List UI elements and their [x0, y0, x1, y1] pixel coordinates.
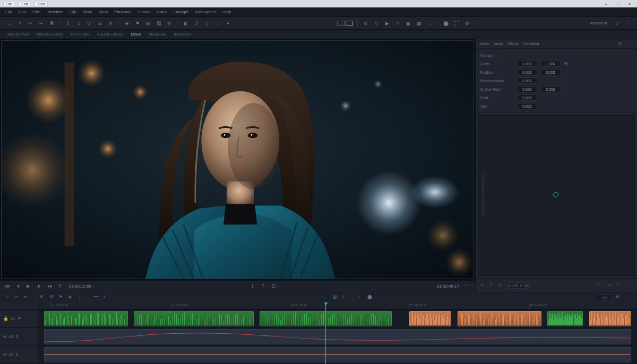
- tl-mixer-icon[interactable]: ≡: [342, 294, 349, 301]
- menu-item[interactable]: Trim: [32, 10, 41, 14]
- ws-tab[interactable]: Media Pool: [7, 32, 29, 37]
- ws-tab[interactable]: Effects Library: [36, 32, 63, 37]
- menu-item[interactable]: Fusion: [138, 10, 151, 14]
- kf-options-icon[interactable]: ⋯: [626, 282, 633, 289]
- kf-add-icon[interactable]: ◇: [489, 282, 496, 289]
- expand-icon[interactable]: ⤢: [614, 20, 621, 27]
- insp-field-pitch[interactable]: 0.000: [517, 94, 537, 101]
- clip-audio[interactable]: [44, 329, 631, 344]
- loop-icon[interactable]: ↻: [373, 20, 380, 27]
- menu-item[interactable]: Edit: [19, 10, 26, 14]
- tl-blade-icon[interactable]: ✂: [15, 294, 21, 301]
- menu-item[interactable]: Fairlight: [174, 10, 188, 14]
- tl-flag-icon[interactable]: ⚑: [59, 294, 65, 301]
- timecode-right[interactable]: 01:02:45:17: [437, 284, 459, 289]
- linked-icon[interactable]: ⛓: [155, 20, 162, 27]
- insp-field-zoom-x[interactable]: 1.000: [517, 60, 537, 67]
- clip-video[interactable]: [589, 311, 631, 326]
- dynamic-icon[interactable]: ◐: [182, 20, 190, 27]
- menu-item[interactable]: Timeline: [47, 10, 63, 14]
- openfx-icon[interactable]: ✦: [225, 20, 232, 27]
- menu-item[interactable]: View: [99, 10, 108, 14]
- tl-zoom-in-icon[interactable]: +: [103, 294, 109, 301]
- viewer-layout-toggle[interactable]: [337, 21, 353, 26]
- keyframe-marker-icon[interactable]: [553, 192, 558, 197]
- match-icon[interactable]: ≡: [394, 20, 401, 27]
- track-v1[interactable]: [38, 310, 637, 328]
- tl-customize-icon[interactable]: ⚙: [616, 294, 622, 301]
- ws-tab[interactable]: Edit Index: [71, 32, 90, 37]
- transform-icon[interactable]: ◫: [203, 20, 211, 27]
- kf-prev-icon[interactable]: ◁: [480, 282, 486, 289]
- play-icon[interactable]: ▶: [27, 283, 33, 290]
- insp-field-anch-y[interactable]: 0.000: [540, 86, 561, 92]
- marker-icon[interactable]: ◈: [123, 20, 131, 27]
- track-solo-icon[interactable]: S: [15, 334, 18, 339]
- tl-zoom-slider[interactable]: ━━: [93, 294, 100, 301]
- insp-field-yaw[interactable]: 0.000: [517, 103, 537, 109]
- track-mute-icon[interactable]: M: [3, 334, 7, 339]
- insp-field-zoom-y[interactable]: 1.000: [540, 60, 561, 67]
- clip-video[interactable]: [458, 311, 541, 326]
- safe-icon[interactable]: ▣: [404, 20, 412, 27]
- tl-view-opts-icon[interactable]: ▤: [333, 294, 339, 301]
- render-icon[interactable]: ▶: [383, 20, 391, 27]
- kf-next-icon[interactable]: ▷: [499, 282, 505, 289]
- tl-marker-icon[interactable]: ◈: [68, 294, 75, 301]
- snap-icon[interactable]: ⊞: [144, 20, 152, 27]
- insp-field-anch-x[interactable]: 0.000: [517, 86, 537, 92]
- kf-zoom-in-icon[interactable]: +: [617, 282, 623, 289]
- track-a2[interactable]: [38, 346, 637, 364]
- insp-tab[interactable]: Transition: [523, 42, 539, 46]
- tl-zoom-out-icon[interactable]: −: [84, 294, 90, 301]
- insert-icon[interactable]: ↧: [64, 20, 72, 27]
- insp-menu-icon[interactable]: ⋯: [627, 41, 633, 47]
- ws-tab[interactable]: Inspector: [174, 32, 191, 37]
- prev-clip-icon[interactable]: ⏮: [5, 283, 12, 290]
- kf-zoom-out-icon[interactable]: −: [598, 282, 604, 289]
- kf-zoom-fit-icon[interactable]: ▭: [607, 282, 614, 289]
- inspector-toggle[interactable]: Inspector: [587, 20, 610, 27]
- insp-field-pos-x[interactable]: 0.000: [517, 69, 537, 75]
- menu-item[interactable]: Clip: [69, 10, 76, 14]
- tl-options-icon[interactable]: ⋯: [625, 294, 632, 301]
- clip-video[interactable]: [547, 311, 583, 326]
- pointer-icon[interactable]: ▭: [5, 20, 13, 27]
- track-header-v1[interactable]: 🔒 V1 👁: [0, 310, 38, 328]
- insp-field-pos-y[interactable]: 0.000: [540, 69, 561, 75]
- track-header-a2[interactable]: M A2 S: [0, 346, 38, 364]
- tl-record-icon[interactable]: ⬤: [367, 294, 374, 301]
- mark-out-icon[interactable]: ⤒: [261, 283, 268, 290]
- step-back-icon[interactable]: ⏴: [16, 283, 22, 290]
- insp-tab[interactable]: Effects: [507, 42, 519, 46]
- menu-item[interactable]: Mark: [83, 10, 92, 14]
- ws-tab[interactable]: Metadata: [149, 32, 166, 37]
- kf-timecode[interactable]: 01:00:12:08: [509, 282, 526, 289]
- playhead[interactable]: [325, 302, 326, 364]
- insp-tab[interactable]: Video: [480, 42, 489, 46]
- tl-pointer-icon[interactable]: ⬀: [5, 294, 12, 301]
- clip-video[interactable]: [409, 311, 451, 326]
- timecode-left[interactable]: 01:00:12:08: [69, 284, 91, 289]
- replace-icon[interactable]: ↺: [85, 20, 93, 27]
- tl-link-icon[interactable]: ⛓: [49, 294, 56, 301]
- track-a1[interactable]: [38, 328, 637, 346]
- titlebar-item[interactable]: File: [3, 1, 14, 7]
- menu-item[interactable]: Color: [157, 10, 167, 14]
- options-icon[interactable]: ⋯: [474, 20, 481, 27]
- crop-icon[interactable]: ⟂: [214, 20, 221, 27]
- insp-reset-icon[interactable]: ↺: [618, 41, 623, 47]
- position-icon[interactable]: ✥: [166, 20, 173, 27]
- viewer-options-icon[interactable]: ⋯: [463, 283, 470, 290]
- match-frame-icon[interactable]: ⊡: [272, 283, 278, 290]
- bypass-icon[interactable]: ⊘: [362, 20, 369, 27]
- ws-tab[interactable]: Sound Library: [97, 32, 124, 37]
- menu-item[interactable]: Workspace: [195, 10, 216, 14]
- window-minimize-icon[interactable]: –: [602, 2, 610, 6]
- titlebar-item[interactable]: Edit: [19, 1, 30, 7]
- insp-tab[interactable]: Audio: [494, 42, 503, 46]
- ws-tab[interactable]: Mixer: [131, 32, 141, 37]
- guides-icon[interactable]: ▦: [415, 20, 423, 27]
- program-viewer[interactable]: [1, 40, 474, 279]
- link-icon[interactable]: ⌘: [48, 20, 55, 27]
